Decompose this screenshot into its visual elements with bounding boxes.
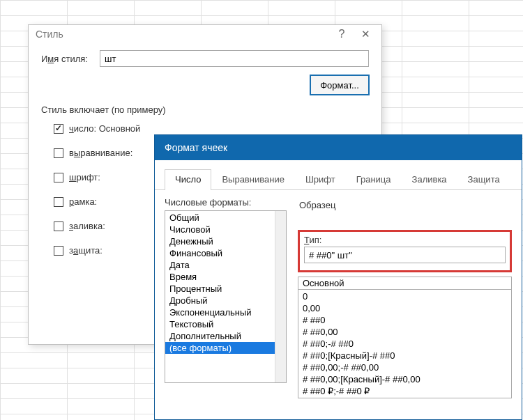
format-list-item[interactable]: Общий (165, 212, 286, 224)
format-list-item[interactable]: Дополнительный (165, 330, 286, 342)
type-label: Тип: (304, 235, 506, 245)
style-name-input[interactable] (100, 50, 369, 67)
checkbox-label: число: Основной (69, 123, 140, 134)
format-button[interactable]: Формат... (310, 75, 369, 95)
type-input[interactable] (304, 247, 506, 263)
format-code-item[interactable]: # ##0;[Красный]-# ##0 (298, 350, 511, 361)
format-code-item[interactable]: # ##0,00;-# ##0,00 (298, 361, 511, 373)
checkbox[interactable] (54, 173, 63, 182)
scrollbar[interactable] (275, 211, 286, 382)
format-list-item[interactable]: Денежный (165, 235, 286, 247)
checkbox-label: выравнивание: (69, 148, 132, 158)
checkbox[interactable] (54, 124, 63, 134)
format-list-item[interactable]: Числовой (165, 224, 286, 235)
checkbox[interactable] (54, 221, 63, 231)
help-icon[interactable]: ? (330, 28, 354, 40)
checkbox[interactable] (54, 148, 63, 158)
format-list-item[interactable]: Экспоненциальный (165, 306, 286, 318)
format-code-item[interactable]: Основной (298, 277, 512, 290)
number-formats-listbox[interactable]: ОбщийЧисловойДенежныйФинансовыйДатаВремя… (165, 210, 287, 383)
format-list-item[interactable]: Финансовый (165, 247, 286, 259)
number-formats-label: Числовые форматы: (165, 197, 287, 208)
checkbox-label: заливка: (69, 221, 105, 231)
style-include-option[interactable]: число: Основной (54, 123, 369, 134)
format-code-item[interactable]: # ##0,00 (298, 326, 511, 338)
tab-число[interactable]: Число (165, 169, 211, 190)
tab-выравнивание[interactable]: Выравнивание (211, 169, 294, 190)
tab-граница[interactable]: Граница (346, 169, 402, 190)
format-code-item[interactable]: 0,00 (298, 302, 511, 314)
format-code-item[interactable]: # ##0 ₽;-# ##0 ₽ (298, 385, 511, 397)
checkbox-label: шрифт: (69, 172, 100, 182)
type-highlight: Тип: (298, 230, 512, 272)
format-codes-list[interactable]: 00,00# ##0# ##0,00# ##0;-# ##0# ##0;[Кра… (298, 290, 512, 398)
style-dialog-title: Стиль (36, 29, 63, 40)
format-list-item[interactable]: Процентный (165, 283, 286, 295)
tab-шрифт[interactable]: Шрифт (295, 169, 346, 190)
format-list-item[interactable]: Дата (165, 259, 286, 271)
format-code-item[interactable]: # ##0 (298, 314, 511, 326)
style-dialog-titlebar: Стиль ? ✕ (29, 25, 381, 46)
format-code-item[interactable]: 0 (298, 290, 511, 302)
format-list-item[interactable]: Время (165, 271, 286, 283)
checkbox-label: рамка: (69, 196, 97, 207)
checkbox[interactable] (54, 246, 63, 256)
style-includes-label: Стиль включает (по примеру) (41, 104, 369, 115)
format-tabs: ЧислоВыравниваниеШрифтГраницаЗаливкаЗащи… (155, 160, 522, 190)
format-list-item[interactable]: (все форматы) (165, 342, 286, 354)
checkbox[interactable] (54, 197, 63, 207)
tab-защита[interactable]: Защита (457, 169, 510, 190)
format-cells-title: Формат ячеек (155, 135, 522, 160)
format-code-item[interactable]: # ##0,00;[Красный]-# ##0,00 (298, 373, 511, 385)
format-cells-dialog: Формат ячеек ЧислоВыравниваниеШрифтГрани… (154, 134, 522, 420)
sample-label: Образец (299, 200, 512, 210)
format-list-item[interactable]: Текстовый (165, 318, 286, 330)
style-name-label: Имя стиля: (41, 54, 100, 64)
format-code-item[interactable]: # ##0;-# ##0 (298, 338, 511, 350)
close-icon[interactable]: ✕ (354, 28, 377, 40)
tab-заливка[interactable]: Заливка (402, 169, 457, 190)
checkbox-label: защита: (69, 245, 103, 256)
format-list-item[interactable]: Дробный (165, 295, 286, 306)
